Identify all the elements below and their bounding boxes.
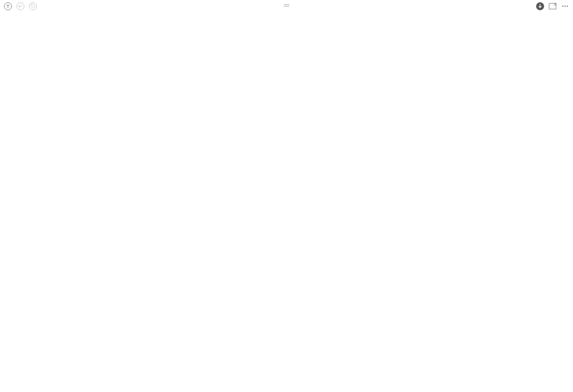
arrow-up-circle-icon[interactable]	[3, 2, 12, 11]
legend-item-reserved[interactable]	[19, 17, 28, 23]
svg-point-9	[567, 6, 568, 7]
area-chart[interactable]	[0, 24, 573, 370]
arrow-down-circle-icon[interactable]	[536, 2, 545, 11]
refresh-circle-icon	[28, 2, 37, 11]
svg-point-7	[562, 6, 563, 7]
more-options-icon[interactable]	[561, 2, 570, 11]
svg-point-8	[564, 6, 566, 7]
svg-point-2	[30, 3, 37, 10]
legend-swatch-reserved	[19, 17, 26, 23]
chart-area	[0, 24, 573, 370]
focus-mode-icon[interactable]	[548, 2, 557, 11]
legend-swatch-data	[36, 17, 42, 23]
arrow-left-circle-icon	[16, 2, 25, 11]
visual-toolbar	[0, 0, 573, 12]
legend	[19, 17, 573, 23]
legend-item-data[interactable]	[36, 17, 44, 23]
grip-icon[interactable]	[283, 2, 290, 10]
